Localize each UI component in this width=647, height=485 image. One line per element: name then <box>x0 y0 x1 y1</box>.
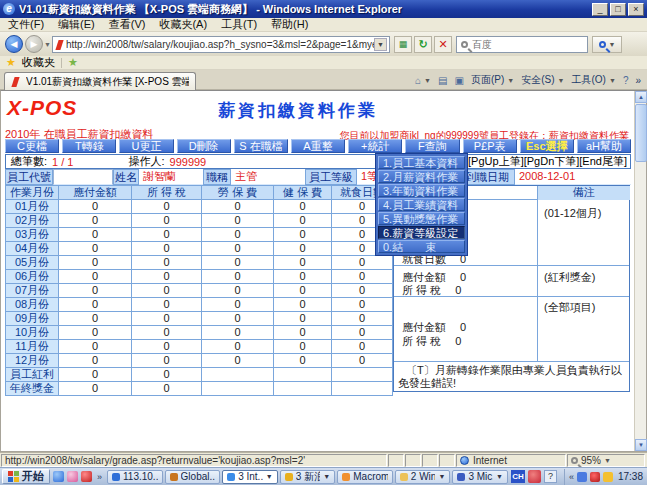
scroll-up-icon[interactable]: ▲ <box>635 91 647 103</box>
history-dropdown-icon[interactable]: ▼ <box>44 41 51 48</box>
url-input[interactable] <box>66 38 374 51</box>
dropdown-menu-item[interactable]: 6.薪資等級設定 <box>378 226 465 239</box>
function-button[interactable]: F查詢 <box>405 139 459 153</box>
table-row[interactable]: 03月份 0 0 0 0 0 <box>6 228 393 242</box>
task-window-button[interactable]: 3 新浪UC ▼ <box>280 470 336 484</box>
tools-menu[interactable]: 工具(O) <box>571 73 605 87</box>
back-button[interactable]: ◀ <box>5 35 23 53</box>
start-button[interactable]: 开始 <box>2 469 50 484</box>
table-row[interactable]: 09月份 0 0 0 0 0 <box>6 312 393 326</box>
menu-bar-item[interactable]: 帮助(H) <box>271 17 308 32</box>
menu-bar-item[interactable]: 编辑(E) <box>58 17 95 32</box>
function-button[interactable]: Esc選擇 <box>520 139 574 153</box>
tray-status-icon[interactable] <box>603 472 613 482</box>
favorites-label[interactable]: 收藏夹 <box>22 55 55 70</box>
table-row[interactable]: 12月份 0 0 0 0 0 <box>6 354 393 368</box>
table-row[interactable]: 04月份 0 0 0 0 0 <box>6 242 393 256</box>
menu-bar-item[interactable]: 文件(F) <box>8 17 44 32</box>
quick-launch-qq-icon[interactable] <box>81 471 92 482</box>
scrollbar-thumb[interactable] <box>635 104 647 162</box>
tray-network-icon[interactable] <box>577 472 587 482</box>
function-button[interactable]: aH幫助 <box>577 139 631 153</box>
menu-bar-item[interactable]: 收藏夹(A) <box>159 17 207 32</box>
forward-button[interactable]: ▶ <box>25 35 43 53</box>
table-row[interactable]: 01月份 0 0 0 0 0 <box>6 200 393 214</box>
table-row[interactable]: 05月份 0 0 0 0 0 <box>6 256 393 270</box>
tools-dropdown-icon[interactable]: ▼ <box>609 77 616 84</box>
quick-launch-messenger-icon[interactable] <box>67 471 78 482</box>
quick-launch-ie-icon[interactable] <box>53 471 64 482</box>
tray-expand-icon[interactable]: « <box>569 472 574 482</box>
task-window-button[interactable]: 2 Win... ▼ <box>395 470 451 484</box>
maximize-button[interactable]: □ <box>610 3 626 16</box>
task-window-button[interactable]: Macrom... ▼ <box>337 470 393 484</box>
employee-code-field[interactable] <box>53 169 113 185</box>
home-icon[interactable]: ⌂ <box>415 75 421 86</box>
zoom-control[interactable]: 95% ▼ <box>567 454 645 467</box>
ime-help-icon[interactable]: ? <box>544 470 557 483</box>
feeds-icon[interactable]: ▤ <box>438 75 447 86</box>
page-menu[interactable]: 页面(P) <box>471 73 504 87</box>
function-button[interactable]: T轉錄 <box>62 139 116 153</box>
zoom-dropdown-icon[interactable]: ▼ <box>604 457 611 464</box>
system-tray: « 17:38 <box>564 469 645 485</box>
table-row[interactable]: 10月份 0 0 0 0 0 <box>6 326 393 340</box>
scroll-down-icon[interactable]: ▼ <box>635 439 647 451</box>
menu-bar-item[interactable]: 工具(T) <box>221 17 257 32</box>
amount-cell: 0 <box>59 228 132 242</box>
function-button[interactable]: A重整 <box>291 139 345 153</box>
stop-button[interactable]: ✕ <box>434 36 452 53</box>
safety-menu[interactable]: 安全(S) <box>521 73 554 87</box>
function-button[interactable]: U更正 <box>119 139 173 153</box>
address-bar[interactable]: ▼ <box>52 36 390 53</box>
table-row[interactable]: 06月份 0 0 0 0 0 <box>6 270 393 284</box>
dropdown-menu-item[interactable]: 5.異動獎懲作業 <box>378 212 465 225</box>
more-commands[interactable]: » <box>635 75 641 86</box>
safety-dropdown-icon[interactable]: ▼ <box>558 77 565 84</box>
task-window-button[interactable]: 3 Mic... ▼ <box>452 470 508 484</box>
table-row[interactable]: 11月份 0 0 0 0 0 <box>6 340 393 354</box>
function-button[interactable]: S 在職檔 <box>234 139 288 153</box>
input-method-icon[interactable] <box>528 470 541 483</box>
task-window-button[interactable]: 113.10... ▼ <box>107 470 163 484</box>
close-button[interactable]: × <box>628 3 644 16</box>
dropdown-menu-item[interactable]: 3.年勤資料作業 <box>378 184 465 197</box>
search-options-dropdown-icon[interactable]: ▼ <box>609 41 616 48</box>
add-favorite-icon[interactable]: ★ <box>68 57 78 68</box>
home-dropdown-icon[interactable]: ▼ <box>424 77 431 84</box>
dropdown-menu-item[interactable]: 4.員工業績資料 <box>378 198 465 211</box>
refresh-button[interactable]: ↻ <box>414 36 432 53</box>
menu-bar-item[interactable]: 查看(V) <box>109 17 146 32</box>
search-box[interactable] <box>456 36 588 53</box>
language-indicator[interactable]: CH <box>511 470 525 483</box>
dropdown-menu-item[interactable]: 0.結 束 <box>378 240 465 253</box>
dropdown-menu-item[interactable]: 2.月薪資料作業 <box>378 170 465 183</box>
search-input[interactable] <box>472 39 604 50</box>
table-row[interactable]: 02月份 0 0 0 0 0 <box>6 214 393 228</box>
function-button[interactable]: C更檔 <box>5 139 59 153</box>
table-row[interactable]: 07月份 0 0 0 0 0 <box>6 284 393 298</box>
quick-launch-more-icon[interactable]: » <box>97 472 102 482</box>
address-dropdown-icon[interactable]: ▼ <box>374 38 387 51</box>
favorites-star-icon[interactable]: ★ <box>6 57 16 68</box>
task-window-button[interactable]: 3 Int... ▼ <box>222 470 278 484</box>
search-go-button[interactable]: ▼ <box>592 36 622 53</box>
help-icon[interactable]: ? <box>623 75 629 86</box>
dropdown-menu-item[interactable]: 1.員工基本資料 <box>378 156 465 169</box>
print-icon[interactable]: ▣ <box>454 75 463 86</box>
function-button[interactable]: +統計 <box>348 139 402 153</box>
minimize-button[interactable]: _ <box>592 3 608 16</box>
function-button[interactable]: D刪除 <box>177 139 231 153</box>
table-row[interactable]: 08月份 0 0 0 0 0 <box>6 298 393 312</box>
function-button[interactable]: P£P表 <box>463 139 517 153</box>
income-tax-cell: 0 <box>132 326 202 340</box>
tray-qq-icon[interactable] <box>590 472 600 482</box>
compatibility-view-button[interactable]: ▦ <box>394 36 412 53</box>
table-row[interactable]: 年終獎金 0 0 <box>6 382 393 396</box>
health-ins-cell: 0 <box>274 228 332 242</box>
table-row[interactable]: 員工紅利 0 0 <box>6 368 393 382</box>
vertical-scrollbar[interactable]: ▲ ▼ <box>634 91 646 451</box>
task-window-button[interactable]: Global... ▼ <box>165 470 221 484</box>
page-dropdown-icon[interactable]: ▼ <box>507 77 514 84</box>
tab-active[interactable]: V1.01薪資扣繳資料作業 [X-POS 雲端商務網] <box>4 72 196 90</box>
